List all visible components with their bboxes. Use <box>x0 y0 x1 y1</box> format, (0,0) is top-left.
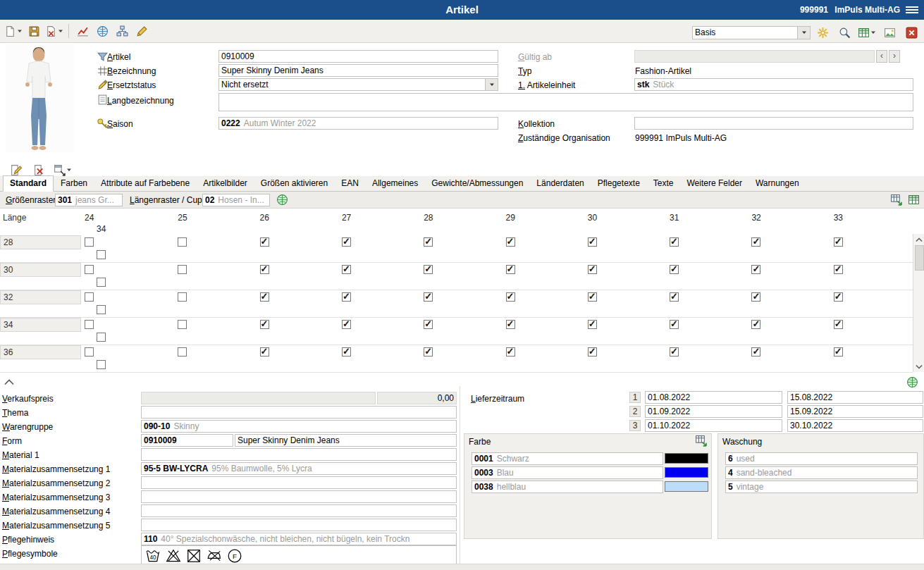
size-checkbox[interactable] <box>834 347 843 357</box>
size-checkbox[interactable] <box>85 265 94 274</box>
size-checkbox[interactable] <box>834 265 843 274</box>
toolbar-refresh-globe-button[interactable] <box>92 22 112 40</box>
tab-gewichte-abmessungen[interactable]: Gewichte/Abmessungen <box>425 176 529 191</box>
tab-standard[interactable]: Standard <box>3 175 54 192</box>
size-checkbox[interactable] <box>588 347 597 357</box>
tab-weitere-felder[interactable]: Weitere Felder <box>681 176 749 191</box>
size-checkbox[interactable] <box>834 292 843 302</box>
grid-scrollbar[interactable] <box>913 234 924 372</box>
chevron-down-icon[interactable] <box>17 28 23 34</box>
size-checkbox[interactable] <box>834 237 843 247</box>
size-checkbox[interactable] <box>506 265 515 274</box>
size-checkbox[interactable] <box>342 320 351 329</box>
chevron-down-icon[interactable] <box>797 27 810 39</box>
artikel-field[interactable]: 0910009 <box>218 50 498 63</box>
toolbar-report-button[interactable] <box>880 23 899 42</box>
view-select[interactable]: Basis <box>692 26 811 39</box>
text-field[interactable] <box>141 476 457 489</box>
size-checkbox[interactable] <box>342 237 351 247</box>
delivery-from-field[interactable]: 01.10.2022 <box>645 419 782 432</box>
toolbar-hierarchy-button[interactable] <box>112 22 132 40</box>
prev-record-button[interactable]: ‹ <box>876 50 887 63</box>
size-checkbox[interactable] <box>506 292 515 302</box>
delivery-from-field[interactable]: 01.08.2022 <box>645 391 782 404</box>
chevron-down-icon[interactable] <box>58 28 63 34</box>
size-checkbox[interactable] <box>751 347 760 357</box>
size-checkbox[interactable] <box>506 320 515 329</box>
size-checkbox[interactable] <box>834 320 843 329</box>
size-checkbox[interactable] <box>85 292 94 302</box>
size-checkbox[interactable] <box>424 320 433 329</box>
size-checkbox[interactable] <box>588 292 597 302</box>
scroll-up-icon[interactable] <box>915 235 923 244</box>
toolbar-new-item-button[interactable] <box>813 23 832 42</box>
codedesc-field[interactable]: 11040° Spezialschonwäsche, nicht bleiche… <box>141 533 457 545</box>
laengenraster-field[interactable]: 02Hosen - In... <box>202 194 270 206</box>
size-checkbox[interactable] <box>588 237 597 247</box>
groessenraster-field[interactable]: 301jeans Gr... <box>55 194 123 206</box>
farbe-export-icon[interactable] <box>695 435 707 449</box>
tab-größen-aktivieren[interactable]: Größen aktivieren <box>254 176 334 191</box>
size-checkbox-wrap[interactable] <box>97 305 106 314</box>
size-checkbox[interactable] <box>85 320 94 329</box>
size-checkbox-wrap[interactable] <box>97 333 106 342</box>
langbezeichnung-field[interactable] <box>218 93 913 111</box>
size-checkbox[interactable] <box>670 320 679 329</box>
farbe-field[interactable]: 0038hellblau <box>472 481 663 493</box>
size-checkbox[interactable] <box>588 320 597 329</box>
size-checkbox[interactable] <box>751 237 760 247</box>
delivery-to-field[interactable]: 30.10.2022 <box>787 419 923 432</box>
waschung-field[interactable]: 6used <box>725 452 918 465</box>
tab-ean[interactable]: EAN <box>335 176 365 191</box>
chevron-down-icon[interactable] <box>485 79 498 90</box>
tab-attribute-auf-farbebene[interactable]: Attribute auf Farbebene <box>94 176 196 191</box>
size-checkbox[interactable] <box>260 320 269 329</box>
chevron-down-icon[interactable] <box>870 30 876 35</box>
size-checkbox[interactable] <box>670 347 679 357</box>
size-checkbox[interactable] <box>588 265 597 274</box>
size-checkbox[interactable] <box>260 292 269 302</box>
tab-texte[interactable]: Texte <box>647 176 680 191</box>
scroll-down-icon[interactable] <box>915 362 923 371</box>
size-checkbox[interactable] <box>178 320 187 329</box>
farbe-field[interactable]: 0003Blau <box>472 466 663 479</box>
toolbar-chart-button[interactable] <box>73 22 92 40</box>
chevron-down-icon[interactable] <box>66 167 72 173</box>
artikeleinheit-field[interactable]: stkStück <box>634 78 913 91</box>
toolbar-edit-button[interactable] <box>132 22 152 40</box>
text-field[interactable] <box>141 519 457 531</box>
toolbar-copy-delete-button[interactable] <box>44 22 65 40</box>
tab-pflegetexte[interactable]: Pflegetexte <box>591 176 646 191</box>
size-checkbox[interactable] <box>506 347 515 357</box>
grid-transfer-icon[interactable] <box>890 194 902 206</box>
size-checkbox[interactable] <box>424 292 433 302</box>
saison-field[interactable]: 0222Autum Winter 2022 <box>218 117 498 130</box>
toolbar-close-button[interactable] <box>901 23 921 42</box>
size-checkbox-wrap[interactable] <box>97 278 106 287</box>
kollektion-field[interactable] <box>634 117 913 130</box>
size-checkbox[interactable] <box>670 292 679 302</box>
toolbar-save-button[interactable] <box>24 22 44 40</box>
size-checkbox[interactable] <box>260 237 269 247</box>
delivery-to-field[interactable]: 15.09.2022 <box>787 405 923 418</box>
scrollbar-thumb[interactable] <box>915 245 924 271</box>
size-checkbox[interactable] <box>342 292 351 302</box>
grid-settings-icon[interactable] <box>908 194 920 206</box>
toolbar-new-document-button[interactable] <box>3 22 24 40</box>
codedesc-field[interactable]: 95-5 BW-LYCRA95% Baumwolle, 5% Lycra <box>141 462 457 475</box>
text-field[interactable] <box>141 504 457 517</box>
size-checkbox[interactable] <box>178 347 187 357</box>
size-checkbox[interactable] <box>85 347 94 357</box>
text-field[interactable] <box>141 406 457 419</box>
tab-artikelbilder[interactable]: Artikelbilder <box>197 176 254 191</box>
tab-allgemeines[interactable]: Allgemeines <box>366 176 424 191</box>
size-checkbox[interactable] <box>342 265 351 274</box>
farbe-field[interactable]: 0001Schwarz <box>472 452 663 465</box>
delivery-to-field[interactable]: 15.08.2022 <box>787 391 923 404</box>
size-checkbox[interactable] <box>178 237 187 247</box>
text-field[interactable] <box>141 490 457 503</box>
size-checkbox[interactable] <box>670 265 679 274</box>
size-checkbox[interactable] <box>670 237 679 247</box>
size-checkbox[interactable] <box>260 347 269 357</box>
size-checkbox[interactable] <box>424 347 433 357</box>
